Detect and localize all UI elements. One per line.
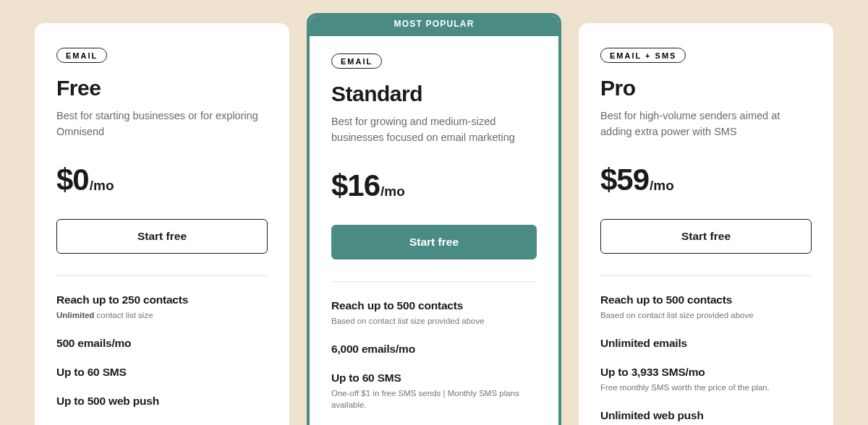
feature-emails: 500 emails/mo — [56, 337, 268, 350]
divider — [331, 281, 537, 282]
feature-sms: Up to 60 SMS — [56, 366, 268, 379]
price-period: /mo — [650, 178, 674, 194]
start-free-button[interactable]: Start free — [56, 219, 268, 254]
feature-sms: Up to 3,933 SMS/mo — [600, 366, 812, 379]
popular-banner: MOST POPULAR — [310, 13, 558, 36]
price-row: $59 /mo — [600, 163, 812, 197]
price-period: /mo — [380, 184, 405, 199]
feature-emails: Unlimited emails — [600, 337, 812, 350]
feature-push: Up to 500 web push — [56, 395, 268, 408]
price-row: $0 /mo — [56, 163, 268, 197]
divider — [56, 275, 268, 276]
plan-badge: EMAIL — [331, 53, 382, 69]
feature-contacts-sub: Unlimited contact list size — [56, 309, 268, 321]
feature-contacts: Reach up to 250 contacts — [56, 293, 268, 306]
price: $59 — [600, 163, 649, 197]
price: $16 — [331, 168, 380, 203]
plan-card-standard: MOST POPULAR EMAIL Standard Best for gro… — [307, 13, 561, 425]
plan-desc: Best for starting businesses or for expl… — [56, 108, 268, 141]
feature-sms-sub: One-off $1 in free SMS sends | Monthly S… — [331, 387, 537, 411]
plan-badge: EMAIL — [56, 48, 107, 63]
start-free-button[interactable]: Start free — [600, 219, 812, 254]
feature-contacts-sub: Based on contact list size provided abov… — [331, 315, 537, 327]
feature-emails: 6,000 emails/mo — [331, 343, 537, 356]
pricing-grid: EMAIL Free Best for starting businesses … — [29, 13, 839, 425]
price-period: /mo — [90, 178, 114, 194]
plan-name: Free — [56, 76, 268, 100]
plan-card-free: EMAIL Free Best for starting businesses … — [35, 23, 289, 425]
plan-name: Standard — [331, 82, 537, 106]
plan-desc: Best for high-volume senders aimed at ad… — [600, 108, 812, 141]
feature-contacts: Reach up to 500 contacts — [600, 293, 812, 306]
plan-badge: EMAIL + SMS — [600, 48, 686, 63]
price: $0 — [56, 163, 89, 197]
feature-sms: Up to 60 SMS — [331, 372, 537, 385]
divider — [600, 275, 812, 276]
plan-card-pro: EMAIL + SMS Pro Best for high-volume sen… — [579, 23, 833, 425]
plan-name: Pro — [600, 76, 812, 100]
feature-contacts: Reach up to 500 contacts — [331, 299, 537, 312]
feature-contacts-sub: Based on contact list size provided abov… — [600, 309, 812, 321]
feature-push: Unlimited web push — [600, 409, 812, 422]
feature-sms-sub: Free monthly SMS worth the price of the … — [600, 382, 812, 393]
plan-desc: Best for growing and medium-sized busine… — [331, 113, 537, 147]
price-row: $16 /mo — [331, 168, 537, 203]
start-free-button[interactable]: Start free — [331, 225, 537, 259]
